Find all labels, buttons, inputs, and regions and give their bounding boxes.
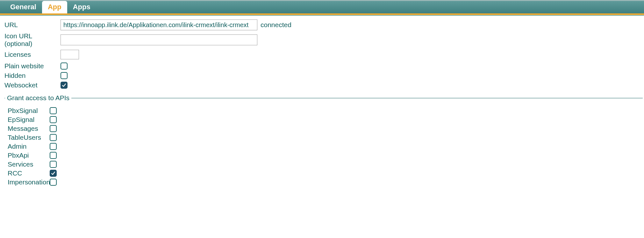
api-checkbox[interactable] [50, 116, 57, 123]
plain-website-label: Plain website [4, 62, 61, 70]
api-label: RCC [8, 169, 50, 177]
licenses-label: Licenses [4, 51, 61, 58]
licenses-input[interactable] [61, 50, 79, 59]
api-list: PbxSignalEpSignalMessagesTableUsersAdmin… [7, 106, 643, 187]
api-label: Services [8, 160, 50, 168]
api-checkbox[interactable] [50, 125, 57, 132]
api-row: RCC [7, 169, 643, 178]
plain-website-checkbox[interactable] [61, 63, 68, 70]
tab-bar: General App Apps [0, 1, 644, 13]
api-row: Messages [7, 124, 643, 133]
api-label: Admin [8, 143, 50, 150]
hidden-checkbox[interactable] [61, 72, 68, 79]
api-checkbox[interactable] [50, 152, 57, 159]
icon-url-input[interactable] [61, 34, 257, 45]
api-row: Impersonation [7, 178, 643, 187]
row-url: URL connected [4, 19, 643, 30]
api-label: Impersonation [8, 178, 50, 186]
websocket-label: Websocket [4, 81, 61, 89]
tab-app[interactable]: App [42, 1, 67, 13]
api-row: TableUsers [7, 133, 643, 142]
tab-apps[interactable]: Apps [67, 1, 96, 13]
api-row: Services [7, 160, 643, 169]
api-row: EpSignal [7, 115, 643, 124]
row-icon-url: Icon URL (optional) [4, 32, 643, 48]
url-label: URL [4, 21, 61, 29]
api-checkbox[interactable] [50, 170, 57, 177]
api-label: PbxApi [8, 152, 50, 159]
hidden-label: Hidden [4, 72, 61, 79]
tab-general[interactable]: General [4, 1, 42, 13]
api-label: TableUsers [8, 134, 50, 141]
url-input[interactable] [61, 19, 257, 30]
api-checkbox[interactable] [50, 107, 57, 114]
row-licenses: Licenses [4, 49, 643, 60]
icon-url-label: Icon URL (optional) [4, 32, 61, 48]
api-label: EpSignal [8, 116, 50, 123]
form-content: URL connected Icon URL (optional) Licens… [0, 16, 644, 190]
row-plain-website: Plain website [4, 62, 643, 71]
api-checkbox[interactable] [50, 134, 57, 141]
websocket-checkbox[interactable] [61, 82, 68, 89]
api-access-legend: Grant access to APIs [5, 94, 71, 102]
api-access-fieldset: Grant access to APIs PbxSignalEpSignalMe… [4, 94, 643, 187]
api-label: PbxSignal [8, 107, 50, 115]
api-label: Messages [8, 125, 50, 132]
row-hidden: Hidden [4, 71, 643, 80]
api-checkbox[interactable] [50, 161, 57, 168]
row-websocket: Websocket [4, 81, 643, 90]
api-checkbox[interactable] [50, 143, 57, 150]
api-row: PbxSignal [7, 106, 643, 115]
api-row: Admin [7, 142, 643, 151]
api-row: PbxApi [7, 151, 643, 160]
api-checkbox[interactable] [50, 179, 57, 186]
url-status: connected [261, 21, 291, 29]
